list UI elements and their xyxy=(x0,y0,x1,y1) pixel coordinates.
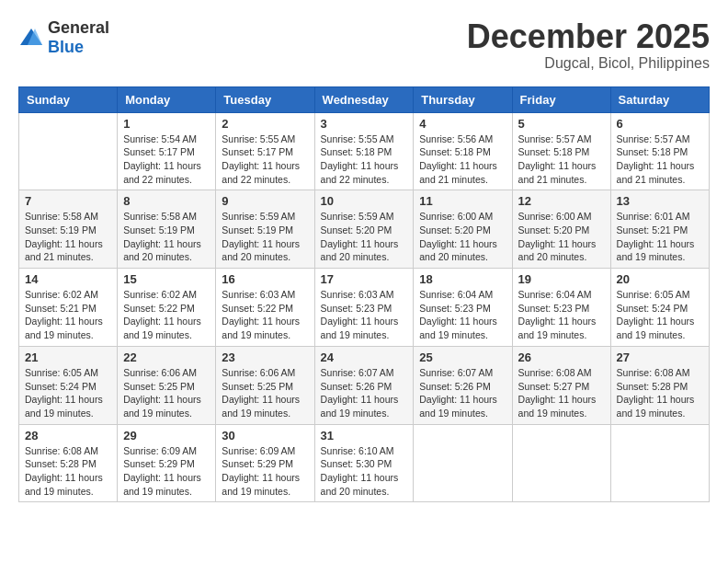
day-number: 31 xyxy=(321,429,408,442)
calendar-cell: 30Sunrise: 6:09 AMSunset: 5:29 PMDayligh… xyxy=(216,424,314,502)
day-info: Sunrise: 6:08 AMSunset: 5:28 PMDaylight:… xyxy=(25,444,111,499)
day-info: Sunrise: 5:56 AMSunset: 5:18 PMDaylight:… xyxy=(419,132,506,187)
day-number: 2 xyxy=(222,117,308,131)
calendar-cell: 9Sunrise: 5:59 AMSunset: 5:19 PMDaylight… xyxy=(216,190,314,269)
calendar-cell: 23Sunrise: 6:06 AMSunset: 5:25 PMDayligh… xyxy=(216,346,314,424)
day-number: 29 xyxy=(123,429,210,442)
day-number: 9 xyxy=(222,194,308,208)
day-info: Sunrise: 6:02 AMSunset: 5:22 PMDaylight:… xyxy=(123,288,210,342)
day-info: Sunrise: 6:06 AMSunset: 5:25 PMDaylight:… xyxy=(123,366,210,420)
day-info: Sunrise: 5:55 AMSunset: 5:18 PMDaylight:… xyxy=(321,132,408,187)
calendar-cell: 28Sunrise: 6:08 AMSunset: 5:28 PMDayligh… xyxy=(19,424,118,502)
day-number: 30 xyxy=(222,429,308,442)
calendar-cell: 10Sunrise: 5:59 AMSunset: 5:20 PMDayligh… xyxy=(314,190,414,269)
weekday-header-friday: Friday xyxy=(512,86,610,112)
weekday-header-wednesday: Wednesday xyxy=(314,86,414,112)
day-number: 24 xyxy=(321,350,408,364)
calendar-table: SundayMondayTuesdayWednesdayThursdayFrid… xyxy=(18,86,710,503)
day-info: Sunrise: 5:58 AMSunset: 5:19 PMDaylight:… xyxy=(25,210,111,264)
day-info: Sunrise: 6:05 AMSunset: 5:24 PMDaylight:… xyxy=(617,288,703,342)
day-info: Sunrise: 6:05 AMSunset: 5:24 PMDaylight:… xyxy=(25,366,111,420)
day-info: Sunrise: 5:54 AMSunset: 5:17 PMDaylight:… xyxy=(123,132,210,187)
calendar-cell: 18Sunrise: 6:04 AMSunset: 5:23 PMDayligh… xyxy=(414,269,512,347)
calendar-cell: 19Sunrise: 6:04 AMSunset: 5:23 PMDayligh… xyxy=(512,269,610,347)
calendar-cell xyxy=(610,424,709,502)
calendar-week-row: 28Sunrise: 6:08 AMSunset: 5:28 PMDayligh… xyxy=(19,424,710,502)
day-number: 12 xyxy=(518,194,605,208)
calendar-cell xyxy=(512,424,610,502)
calendar-cell: 31Sunrise: 6:10 AMSunset: 5:30 PMDayligh… xyxy=(314,424,414,502)
day-info: Sunrise: 5:59 AMSunset: 5:19 PMDaylight:… xyxy=(222,210,308,264)
calendar-header-row: SundayMondayTuesdayWednesdayThursdayFrid… xyxy=(19,86,710,112)
calendar-week-row: 7Sunrise: 5:58 AMSunset: 5:19 PMDaylight… xyxy=(19,190,710,269)
day-info: Sunrise: 6:09 AMSunset: 5:29 PMDaylight:… xyxy=(222,444,308,499)
logo: General Blue xyxy=(18,18,109,57)
day-info: Sunrise: 6:03 AMSunset: 5:23 PMDaylight:… xyxy=(321,288,408,342)
day-number: 21 xyxy=(25,350,111,364)
calendar-cell: 22Sunrise: 6:06 AMSunset: 5:25 PMDayligh… xyxy=(118,346,216,424)
day-info: Sunrise: 5:57 AMSunset: 5:18 PMDaylight:… xyxy=(617,132,703,187)
day-info: Sunrise: 6:09 AMSunset: 5:29 PMDaylight:… xyxy=(123,444,210,499)
calendar-cell: 5Sunrise: 5:57 AMSunset: 5:18 PMDaylight… xyxy=(512,112,610,190)
month-year-title: December 2025 xyxy=(467,18,710,55)
calendar-cell: 27Sunrise: 6:08 AMSunset: 5:28 PMDayligh… xyxy=(610,346,709,424)
page-header: General Blue December 2025 Dugcal, Bicol… xyxy=(18,18,710,72)
logo-blue: Blue xyxy=(48,38,109,57)
calendar-cell: 8Sunrise: 5:58 AMSunset: 5:19 PMDaylight… xyxy=(118,190,216,269)
day-info: Sunrise: 5:59 AMSunset: 5:20 PMDaylight:… xyxy=(321,210,408,264)
calendar-cell: 17Sunrise: 6:03 AMSunset: 5:23 PMDayligh… xyxy=(314,269,414,347)
calendar-cell: 29Sunrise: 6:09 AMSunset: 5:29 PMDayligh… xyxy=(118,424,216,502)
day-number: 14 xyxy=(25,272,111,286)
calendar-cell: 1Sunrise: 5:54 AMSunset: 5:17 PMDaylight… xyxy=(118,112,216,190)
day-number: 16 xyxy=(222,272,308,286)
calendar-cell: 13Sunrise: 6:01 AMSunset: 5:21 PMDayligh… xyxy=(610,190,709,269)
day-info: Sunrise: 6:01 AMSunset: 5:21 PMDaylight:… xyxy=(617,210,703,264)
day-number: 25 xyxy=(419,350,506,364)
logo-general: General xyxy=(48,18,109,38)
day-info: Sunrise: 6:10 AMSunset: 5:30 PMDaylight:… xyxy=(321,444,408,499)
calendar-cell: 4Sunrise: 5:56 AMSunset: 5:18 PMDaylight… xyxy=(414,112,512,190)
weekday-header-sunday: Sunday xyxy=(19,86,118,112)
calendar-cell: 26Sunrise: 6:08 AMSunset: 5:27 PMDayligh… xyxy=(512,346,610,424)
day-number: 10 xyxy=(321,194,408,208)
calendar-week-row: 21Sunrise: 6:05 AMSunset: 5:24 PMDayligh… xyxy=(19,346,710,424)
title-block: December 2025 Dugcal, Bicol, Philippines xyxy=(467,18,710,72)
day-info: Sunrise: 6:03 AMSunset: 5:22 PMDaylight:… xyxy=(222,288,308,342)
calendar-cell: 14Sunrise: 6:02 AMSunset: 5:21 PMDayligh… xyxy=(19,269,118,347)
day-info: Sunrise: 6:08 AMSunset: 5:28 PMDaylight:… xyxy=(617,366,703,420)
day-number: 22 xyxy=(123,350,210,364)
day-number: 19 xyxy=(518,272,605,286)
day-number: 26 xyxy=(518,350,605,364)
day-info: Sunrise: 6:06 AMSunset: 5:25 PMDaylight:… xyxy=(222,366,308,420)
day-number: 4 xyxy=(419,117,506,131)
day-number: 5 xyxy=(518,117,605,131)
day-number: 28 xyxy=(25,429,111,442)
day-info: Sunrise: 6:00 AMSunset: 5:20 PMDaylight:… xyxy=(518,210,605,264)
calendar-cell: 24Sunrise: 6:07 AMSunset: 5:26 PMDayligh… xyxy=(314,346,414,424)
logo-text: General Blue xyxy=(48,18,109,57)
day-number: 6 xyxy=(617,117,703,131)
day-info: Sunrise: 5:58 AMSunset: 5:19 PMDaylight:… xyxy=(123,210,210,264)
calendar-cell: 21Sunrise: 6:05 AMSunset: 5:24 PMDayligh… xyxy=(19,346,118,424)
calendar-cell: 16Sunrise: 6:03 AMSunset: 5:22 PMDayligh… xyxy=(216,269,314,347)
calendar-cell: 7Sunrise: 5:58 AMSunset: 5:19 PMDaylight… xyxy=(19,190,118,269)
weekday-header-saturday: Saturday xyxy=(610,86,709,112)
day-number: 8 xyxy=(123,194,210,208)
calendar-cell: 15Sunrise: 6:02 AMSunset: 5:22 PMDayligh… xyxy=(118,269,216,347)
day-number: 15 xyxy=(123,272,210,286)
calendar-cell: 11Sunrise: 6:00 AMSunset: 5:20 PMDayligh… xyxy=(414,190,512,269)
calendar-cell: 25Sunrise: 6:07 AMSunset: 5:26 PMDayligh… xyxy=(414,346,512,424)
day-info: Sunrise: 5:57 AMSunset: 5:18 PMDaylight:… xyxy=(518,132,605,187)
day-info: Sunrise: 6:02 AMSunset: 5:21 PMDaylight:… xyxy=(25,288,111,342)
day-info: Sunrise: 6:04 AMSunset: 5:23 PMDaylight:… xyxy=(419,288,506,342)
day-info: Sunrise: 6:04 AMSunset: 5:23 PMDaylight:… xyxy=(518,288,605,342)
weekday-header-thursday: Thursday xyxy=(414,86,512,112)
day-number: 23 xyxy=(222,350,308,364)
day-number: 3 xyxy=(321,117,408,131)
calendar-week-row: 14Sunrise: 6:02 AMSunset: 5:21 PMDayligh… xyxy=(19,269,710,347)
location-subtitle: Dugcal, Bicol, Philippines xyxy=(467,55,710,72)
calendar-week-row: 1Sunrise: 5:54 AMSunset: 5:17 PMDaylight… xyxy=(19,112,710,190)
day-number: 13 xyxy=(617,194,703,208)
calendar-cell: 6Sunrise: 5:57 AMSunset: 5:18 PMDaylight… xyxy=(610,112,709,190)
calendar-cell: 3Sunrise: 5:55 AMSunset: 5:18 PMDaylight… xyxy=(314,112,414,190)
